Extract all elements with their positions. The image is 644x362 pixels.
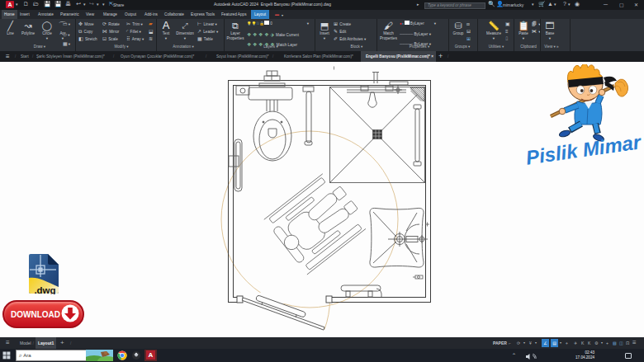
svg-text:Pislik Mimar: Pislik Mimar: [525, 134, 643, 169]
svg-text:.dwg: .dwg: [34, 285, 55, 294]
